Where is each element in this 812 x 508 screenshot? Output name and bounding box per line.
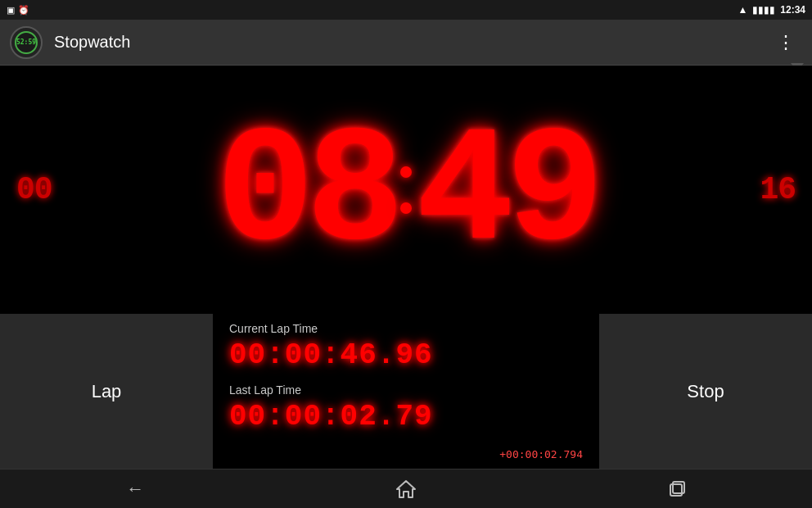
app-icon: 52:59 <box>10 26 43 59</box>
recents-button[interactable] <box>644 473 710 506</box>
main-content: 00 08 49 16 Lap Current Lap Time 00:00:4… <box>0 66 812 469</box>
small-hours-display: 00 <box>16 173 52 207</box>
current-lap-label: Current Lap Time <box>229 322 583 335</box>
alarm-icon: ⏰ <box>18 5 29 16</box>
status-time: 12:34 <box>780 4 805 16</box>
current-lap-time: 00:00:46.96 <box>229 338 583 372</box>
seconds-display: 49 <box>416 112 596 276</box>
back-icon: ← <box>126 479 144 500</box>
stop-label: Stop <box>687 381 724 402</box>
display-area: 00 08 49 16 <box>0 66 812 314</box>
small-hours-digits: 00 <box>16 173 52 207</box>
bottom-panel: Lap Current Lap Time 00:00:46.96 Last La… <box>0 314 812 469</box>
wifi-icon: ▲ <box>738 4 747 16</box>
lap-number: 16 <box>760 172 796 207</box>
battery-icon: ▮▮▮▮ <box>752 4 775 16</box>
nav-bar: ← <box>0 469 812 508</box>
overflow-menu-button[interactable]: ⋮ <box>770 25 802 60</box>
lap-label: Lap <box>92 381 122 402</box>
status-bar: ▣ ⏰ ▲ ▮▮▮▮ 12:34 <box>0 0 812 20</box>
home-icon <box>396 479 416 499</box>
app-icon-time: 52:59 <box>16 39 36 46</box>
lap-button[interactable]: Lap <box>0 314 213 469</box>
app-bar: 52:59 Stopwatch ⋮ <box>0 20 812 66</box>
colon-dot-bottom <box>400 202 412 214</box>
minutes-display: 08 <box>216 112 396 276</box>
large-clock-display: 08 49 <box>216 112 596 276</box>
lap-number-display: 16 <box>760 173 796 207</box>
recents-icon <box>667 479 687 499</box>
colon-dot-top <box>400 166 412 178</box>
back-button[interactable]: ← <box>102 473 168 506</box>
last-lap-time: 00:00:02.79 <box>229 400 583 433</box>
home-button[interactable] <box>373 473 439 506</box>
stop-button[interactable]: Stop <box>599 314 812 469</box>
lap-diff: +00:00:02.794 <box>229 448 583 460</box>
colon-separator <box>396 166 416 214</box>
svg-marker-0 <box>397 481 415 497</box>
notification-icon: ▣ <box>7 5 15 16</box>
app-title: Stopwatch <box>54 33 770 52</box>
center-info: Current Lap Time 00:00:46.96 Last Lap Ti… <box>213 314 599 469</box>
last-lap-label: Last Lap Time <box>229 383 583 397</box>
